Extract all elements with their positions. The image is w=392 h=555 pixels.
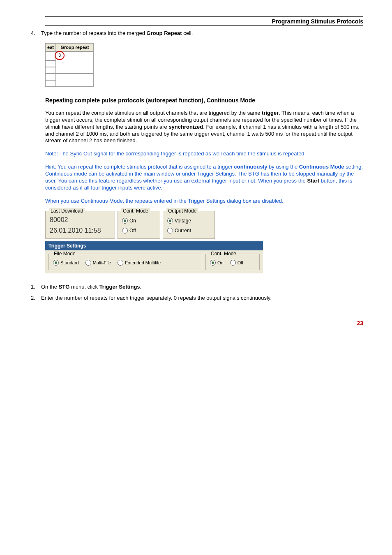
output-mode-group: Output Mode Voltage Current — [163, 211, 215, 239]
text: menu, click — [69, 284, 99, 290]
step-text: Enter the number of repeats for each tri… — [41, 295, 363, 302]
group-repeat-cell-2[interactable] — [56, 74, 94, 87]
radio-label: Multi-File — [93, 260, 111, 265]
bold-text: synchronized — [168, 124, 203, 130]
radio-icon — [122, 228, 128, 234]
radio-multifile[interactable]: Multi-File — [85, 260, 111, 266]
last-download-date: 26.01.2010 11:58 — [50, 227, 101, 234]
page-number: 23 — [45, 318, 363, 326]
section-heading: Repeating complete pulse protocols (auto… — [45, 97, 363, 104]
paragraph: You can repeat the complete stimulus on … — [45, 110, 363, 144]
row-cell — [45, 67, 56, 74]
legend: File Mode — [52, 251, 77, 257]
group-repeat-cell[interactable]: 3 — [56, 51, 94, 74]
radio-icon — [167, 218, 173, 224]
legend: Cont. Mode — [121, 208, 150, 214]
col-header-eat: eat — [45, 43, 56, 51]
cont-mode-group-2: Cont. Mode On Off — [205, 254, 260, 270]
last-download-value: 80002 — [50, 216, 111, 224]
radio-on-2[interactable]: On — [210, 260, 224, 266]
radio-on[interactable]: On — [122, 218, 156, 224]
radio-off[interactable]: Off — [122, 228, 156, 234]
legend: Output Mode — [166, 208, 198, 214]
row-cell — [45, 60, 56, 67]
text: Type the number of repeats into the merg… — [41, 30, 147, 36]
radio-icon — [53, 260, 59, 266]
file-mode-group: File Mode Standard Multi-File Extended M… — [48, 254, 202, 270]
step-text: Type the number of repeats into the merg… — [41, 30, 363, 37]
step-text: On the STG menu, click Trigger Settings. — [41, 284, 363, 291]
row-cell — [45, 74, 56, 80]
radio-label: Voltage — [175, 218, 191, 224]
note-text-2: When you use Continuous Mode, the repeat… — [45, 198, 363, 205]
row-cell — [45, 80, 56, 87]
legend: Last Download — [49, 208, 85, 214]
text: You can repeat the complete stimulus on … — [45, 110, 262, 116]
radio-icon — [122, 218, 128, 224]
radio-extended-multifile[interactable]: Extended Multifile — [118, 260, 161, 266]
cont-mode-group: Cont. Mode On Off — [118, 211, 160, 239]
legend: Cont. Mode — [209, 251, 238, 257]
bold-text: Group Repeat — [147, 30, 182, 36]
radio-label: On — [129, 218, 136, 224]
radio-label: Off — [129, 228, 136, 234]
text: cell. — [182, 30, 193, 36]
bold-text: STG — [59, 284, 70, 290]
page-header: Programming Stimulus Protocols — [45, 18, 363, 25]
group-repeat-table: eat Group repeat 3 — [45, 43, 94, 87]
radio-label: Standard — [60, 260, 79, 265]
radio-label: Off — [238, 260, 243, 265]
radio-label: Extended Multifile — [125, 260, 161, 265]
col-header-group-repeat: Group repeat — [56, 43, 94, 51]
trigger-settings-panel: Trigger Settings File Mode Standard Mult… — [45, 241, 263, 273]
radio-icon — [167, 228, 173, 234]
text: On the — [41, 284, 59, 290]
bold-text: trigger — [262, 110, 279, 116]
bold-text: continuously — [234, 164, 267, 170]
text: Hint: You can repeat the complete stimul… — [45, 164, 234, 170]
radio-icon — [230, 260, 236, 266]
radio-label: On — [217, 260, 224, 265]
radio-current[interactable]: Current — [167, 228, 210, 234]
radio-standard[interactable]: Standard — [53, 260, 79, 266]
text: . — [140, 284, 142, 290]
mode-panel-row: Last Download 80002 26.01.2010 11:58 Con… — [45, 211, 363, 239]
hint-text: Hint: You can repeat the complete stimul… — [45, 164, 363, 192]
note-text: Note: The Sync Out signal for the corres… — [45, 150, 363, 157]
radio-icon — [210, 260, 216, 266]
bold-text: Start — [307, 178, 319, 184]
radio-voltage[interactable]: Voltage — [167, 218, 210, 224]
bold-text: Trigger Settings — [99, 284, 140, 290]
trigger-settings-title: Trigger Settings — [45, 241, 263, 250]
radio-off-2[interactable]: Off — [230, 260, 243, 266]
radio-icon — [85, 260, 91, 266]
radio-icon — [118, 260, 123, 266]
text: by using the — [267, 164, 299, 170]
radio-label: Current — [175, 228, 191, 234]
bold-text: Continuous Mode — [299, 164, 344, 170]
circled-value: 3 — [55, 51, 65, 60]
step-number: 1. — [31, 284, 41, 291]
last-download-group: Last Download 80002 26.01.2010 11:58 — [45, 211, 115, 239]
step-number: 4. — [31, 30, 41, 37]
step-number: 2. — [31, 295, 41, 302]
